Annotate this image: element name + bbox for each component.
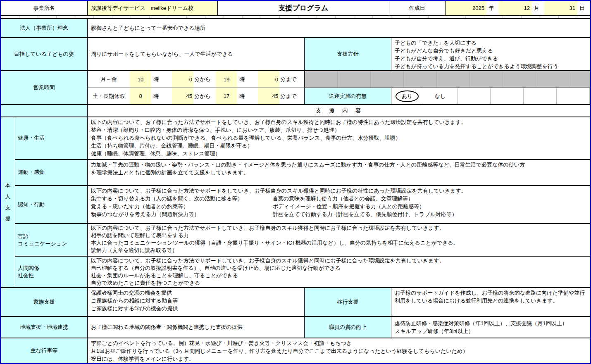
vertical-label-char: 人 — [5, 193, 11, 200]
goal-label: 目指している子どもの姿 — [1, 38, 88, 70]
cognition-action-content: 以下の内容について、お子様に合った方法でサポートをしていき、お子様自身のスキル獲… — [88, 186, 590, 224]
content-line: 自己理解をする（自分の取扱説明書を作る）、自他の違いを受け止め、場に応じた適切な… — [91, 264, 587, 272]
content-line: 以下の内容について、お子様に合った方法でサポートをしていき、お子様自身のスキル獲… — [91, 187, 587, 195]
selected-circle-mark: あり — [396, 90, 419, 102]
content-line: 健康（睡眠、体調管理、休息、趣味、ストレス管理） — [91, 150, 587, 157]
weekday-start-hour-field[interactable]: 10 — [130, 71, 151, 88]
content-line: 計画を立てて行動する力（計画を立てる、優先順位付け、トラブル対応等） — [273, 210, 587, 218]
events-row: 主な行事等 季節ごとのイベントを行っている。例）花見・水遊び・川遊び・焚き火等・… — [1, 338, 590, 363]
category-health-life: 健康・生活 — [15, 117, 88, 159]
policy-line: 子どもがどんな自分でも好きだと思える — [395, 47, 587, 55]
category-cognition-action: 認知・行動 — [15, 186, 88, 224]
language-communication-content: 以下の内容について、お子様に合った方法でサポートしていき、お子様自身のスキル獲得… — [88, 224, 590, 256]
hours-weekday-row: 月～金 10 時 0 分から 19 時 0 分まで — [88, 71, 590, 88]
community-support-label: 地域支援・地域連携 — [1, 317, 88, 338]
year-field[interactable]: 2025 — [445, 1, 486, 15]
content-line: 以下の内容について、お子様に合った方法でサポートしていき、お子様自身のスキル獲得… — [91, 224, 587, 232]
day-unit: 日 — [577, 1, 591, 15]
transport-option-no[interactable]: なし — [423, 88, 458, 104]
weekend-end-min-field[interactable]: 45 — [258, 88, 279, 104]
hour-unit: 時 — [237, 88, 258, 104]
hour-unit: 時 — [151, 88, 172, 104]
month-unit: 月 — [532, 1, 544, 15]
content-line: 物事のつながりを考える力（問題解決力等） — [91, 210, 273, 218]
content-line: 言葉の意味を理解し使う力（他者との会話、文章理解等） — [273, 195, 587, 202]
content-line: 本人に合ったコミュニケーションツールの獲得（言語・身振り手振り・サイン・ICT機… — [91, 239, 587, 247]
weekday-end-hour-field[interactable]: 19 — [216, 71, 237, 88]
content-line: 覚える・思いだす力（他者との約束等） — [91, 202, 273, 210]
motor-sense-content: 力加減・手先の運動・物の扱い・姿勢・バランス・口の動き・イメージと体を思った通り… — [88, 160, 590, 185]
row-motor-sense: 運動・感覚 力加減・手先の運動・物の扱い・姿勢・バランス・口の動き・イメージと体… — [15, 160, 590, 186]
content-line: 生活（持ち物管理、片付け、金銭管理、睡眠、期日・期限を守る） — [91, 142, 587, 150]
staff-quality-label: 職員の質の向上 — [305, 317, 391, 338]
row-relationships-social: 人間関係 社会性 以下の内容について、お子様に合った方法でサポートしていき、お子… — [15, 257, 590, 287]
content-line: ご家族様に対する学びの機会の提供 — [91, 305, 301, 312]
category-label: 健康・生活 — [18, 134, 85, 142]
philosophy-row: 法人（事業所）理念 親御さんと子どもにとって一番安心できる場所 — [1, 19, 590, 38]
content-line: ご家族様からの相談に対する助言等 — [91, 297, 301, 305]
category-relationships-social: 人間関係 社会性 — [15, 257, 88, 287]
weekend-end-hour-field[interactable]: 17 — [216, 88, 237, 104]
day-field[interactable]: 31 — [544, 1, 577, 15]
hour-unit: 時 — [237, 71, 258, 88]
content-line: 保護者様同士の交流の機会を提供 — [91, 289, 301, 297]
events-label: 主な行事等 — [1, 338, 88, 363]
transport-option-yes[interactable]: あり — [391, 88, 423, 104]
to-unit: 分まで — [279, 88, 305, 104]
content-line: ボディイメージ・位置・順序を把握する力（人との距離感等） — [273, 202, 587, 210]
personal-support-vertical-label: 本 人 支 援 — [1, 117, 15, 287]
content-line: 集中する・切り替える力（人の話を聞く、次の活動に移る等） — [91, 195, 273, 202]
from-unit: 分から — [193, 88, 216, 104]
weekend-start-min-field[interactable]: 45 — [172, 88, 193, 104]
content-line: 以下の内容について、お子様に合った方法でサポートをしていき、お子様自身のスキル獲… — [91, 118, 587, 126]
relationships-social-content: 以下の内容について、お子様に合った方法でサポートしていき、お子様自身のスキル獲得… — [88, 257, 590, 287]
row-language-communication: 言語 コミュニケーション 以下の内容について、お子様に合った方法でサポートしてい… — [15, 224, 590, 257]
category-motor-sense: 運動・感覚 — [15, 160, 88, 185]
personal-support-rows: 健康・生活 以下の内容について、お子様に合った方法でサポートをしていき、お子様自… — [15, 117, 590, 287]
staff-quality-content: 虐待防止研修・感染症対策研修（年1回以上）、支援会議（月1回以上） スキルアップ… — [391, 317, 590, 338]
content-line: 祝日には、体験学習をメインに行います。 — [91, 355, 587, 363]
weekday-name: 月～金 — [88, 71, 130, 88]
blocked-area — [305, 71, 590, 88]
from-unit: 分から — [193, 71, 216, 88]
weekend-start-hour-field[interactable]: 8 — [130, 88, 151, 104]
family-transition-row: 家族支援 保護者様同士の交流の機会を提供 ご家族様からの相談に対する助言等 ご家… — [1, 288, 590, 317]
vertical-label-char: 援 — [5, 215, 11, 223]
row-health-life: 健康・生活 以下の内容について、お子様に合った方法でサポートをしていき、お子様自… — [15, 117, 590, 160]
policy-line: 子どもが自分で考え、選び、行動ができる — [395, 55, 587, 62]
content-line: 虐待防止研修・感染症対策研修（年1回以上）、支援会議（月1回以上） — [395, 319, 587, 327]
category-label: 運動・感覚 — [18, 169, 85, 176]
section-title: 支 援 内 容 — [88, 105, 590, 117]
office-name-field[interactable]: 放課後等デイサービス melikeドリーム校 — [88, 1, 218, 15]
goal-policy-row: 目指している子どもの姿 周りにサポートをしてもらいながら、一人で生活ができる 支… — [1, 38, 590, 71]
category-label: 言語 — [18, 233, 85, 240]
goal-value: 周りにサポートをしてもらいながら、一人で生活ができる — [88, 38, 305, 70]
content-line: 以下の内容について、お子様に合った方法でサポートしていき、お子様自身のスキル獲得… — [91, 257, 587, 264]
category-label: 社会性 — [18, 272, 85, 279]
month-field[interactable]: 12 — [499, 1, 532, 15]
community-support-content: お子様に関わる地域の関係者・関係機関と連携した支援の提供 — [88, 317, 305, 338]
section-header-row: 支 援 内 容 — [1, 105, 590, 117]
content-line: スキルアップ研修（年3回以上） — [395, 327, 587, 335]
hours-rows: 月～金 10 時 0 分から 19 時 0 分まで 土・長期休暇 8 時 45 … — [88, 71, 590, 104]
content-line: 社会・集団のルールがあることを理解し、守ることができる — [91, 272, 587, 279]
category-language-communication: 言語 コミュニケーション — [15, 224, 88, 256]
empty-grid-cells — [458, 88, 590, 104]
hours-block: 営業時間 月～金 10 時 0 分から 19 時 0 分まで 土・長期休暇 8 … — [1, 71, 590, 105]
hours-label: 営業時間 — [1, 71, 88, 104]
content-line: 季節ごとのイベントを行っている。例）花見・水遊び・川遊び・焚き火等・クリスマス会… — [91, 339, 587, 347]
content-line: を理学療法士とともに個別の計画を立てて支援をしていきます。 — [91, 169, 587, 176]
personal-support-block: 本 人 支 援 健康・生活 以下の内容について、お子様に合った方法でサポートをし… — [1, 117, 590, 288]
weekday-end-min-field[interactable]: 0 — [258, 71, 279, 88]
content-line: 力加減・手先の運動・物の扱い・姿勢・バランス・口の動き・イメージと体を思った通り… — [91, 161, 587, 169]
transition-support-label: 移行支援 — [305, 288, 391, 316]
transition-support-content: お子様のサポートガイドを作成し、お子様の将来的な進路に向けた準備や並行利用をして… — [391, 288, 590, 316]
support-program-sheet: 事業所名 放課後等デイサービス melikeドリーム校 支援プログラム 作成日 … — [0, 0, 591, 364]
weekday-start-min-field[interactable]: 0 — [172, 71, 193, 88]
weekend-name: 土・長期休暇 — [88, 88, 130, 104]
category-label: コミュニケーション — [18, 240, 85, 247]
content-line: 食事（食べられる食べられないの判断ができる、食べられる量を理解している、栄養バラ… — [91, 134, 587, 142]
year-unit: 年 — [486, 1, 499, 15]
family-support-label: 家族支援 — [1, 288, 88, 316]
header-row: 事業所名 放課後等デイサービス melikeドリーム校 支援プログラム 作成日 … — [1, 1, 590, 16]
